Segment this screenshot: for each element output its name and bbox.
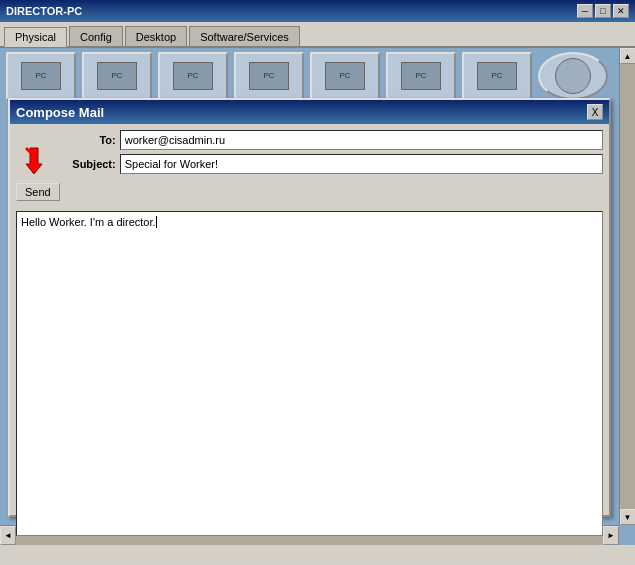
fields-area: To: Subject: [66,130,603,201]
thumbnail-2: PC [82,52,152,100]
dialog-title-bar: Compose Mail X [10,100,609,124]
scroll-left-button[interactable]: ◄ [0,526,16,545]
right-scrollbar: ▲ ▼ [619,48,635,525]
message-area[interactable]: Hello Worker. I'm a director. [16,211,603,536]
scroll-up-button[interactable]: ▲ [620,48,636,64]
send-button[interactable]: Send [16,183,60,201]
tab-config[interactable]: Config [69,26,123,46]
cursor [156,216,160,228]
thumbnail-8 [538,52,608,100]
thumbnail-1: PC [6,52,76,100]
tab-bar: Physical Config Desktop Software/Service… [0,22,635,48]
dialog-close-button[interactable]: X [587,104,603,120]
thumbnail-strip: PC PC PC PC PC PC PC [0,48,619,103]
send-arrow-icon [22,144,54,181]
tab-desktop[interactable]: Desktop [125,26,187,46]
scroll-down-button[interactable]: ▼ [620,509,636,525]
to-input[interactable] [120,130,603,150]
subject-row: Subject: [66,154,603,174]
tab-physical[interactable]: Physical [4,27,67,47]
tab-software[interactable]: Software/Services [189,26,300,46]
main-area: PC PC PC PC PC PC PC ▲ ▼ ◄ ► [0,48,635,545]
to-label: To: [66,134,116,146]
subject-input[interactable] [120,154,603,174]
maximize-button[interactable]: □ [595,4,611,18]
dialog-title: Compose Mail [16,105,104,120]
to-row: To: [66,130,603,150]
subject-label: Subject: [66,158,116,170]
thumbnail-6: PC [386,52,456,100]
title-bar-text: DIRECTOR-PC [6,5,82,17]
message-text: Hello Worker. I'm a director. [21,216,156,228]
compose-mail-dialog: Compose Mail X Send To: [8,98,611,517]
thumbnail-3: PC [158,52,228,100]
scroll-track-vertical[interactable] [620,64,635,509]
dialog-body: Send To: Subject: [10,124,609,207]
thumbnail-5: PC [310,52,380,100]
minimize-button[interactable]: ─ [577,4,593,18]
title-bar: DIRECTOR-PC ─ □ ✕ [0,0,635,22]
window-controls: ─ □ ✕ [577,4,629,18]
close-window-button[interactable]: ✕ [613,4,629,18]
scroll-right-button[interactable]: ► [603,526,619,545]
thumbnail-4: PC [234,52,304,100]
thumbnail-7: PC [462,52,532,100]
send-button-area: Send [16,130,60,201]
